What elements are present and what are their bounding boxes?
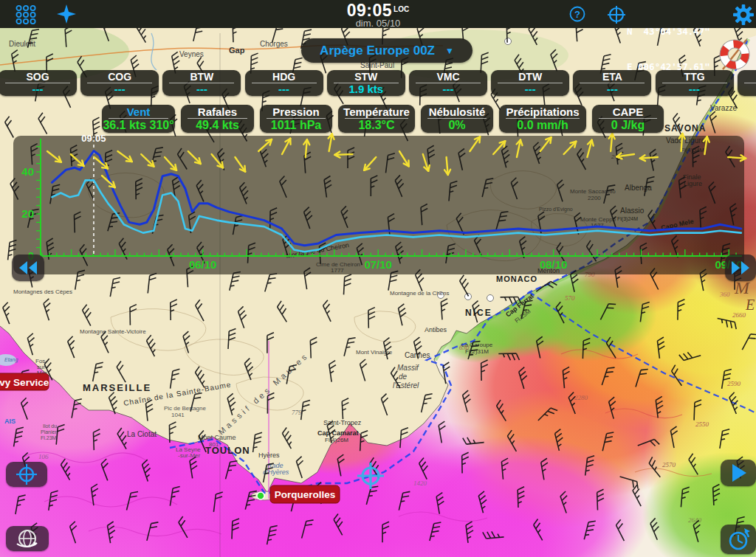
instrument-value: ---	[245, 83, 323, 95]
wind-direction-arrow	[71, 154, 84, 166]
nav-instrument-b[interactable]: B	[738, 70, 756, 96]
instrument-label: Rafales	[181, 105, 254, 118]
divider	[744, 83, 756, 83]
wind-direction-arrow	[493, 141, 505, 154]
instrument-label: Vent	[102, 105, 175, 118]
svg-text:?: ?	[574, 9, 580, 20]
nav-instrument-btw[interactable]: BTW---	[162, 70, 241, 96]
instrument-label: VMC	[409, 71, 487, 83]
instrument-value: 0%	[421, 119, 493, 132]
instrument-label: BTW	[162, 71, 241, 83]
weather-instrument-pression[interactable]: Pression1011 hPa	[260, 105, 332, 133]
wind-direction-arrow	[258, 139, 272, 151]
help-icon[interactable]: ?	[569, 6, 587, 24]
instrument-label: STW	[327, 71, 405, 83]
instrument-label: CAPE	[592, 105, 664, 118]
animate-forecast-button[interactable]	[721, 460, 756, 486]
instrument-value: 18.3°C	[338, 119, 415, 132]
nav-instrument-vmc[interactable]: VMC---	[409, 70, 487, 96]
wind-direction-arrow	[329, 134, 334, 151]
instrument-label: COG	[80, 71, 159, 83]
globe-view-button[interactable]	[6, 526, 49, 551]
instrument-value: 1011 hPa	[260, 119, 332, 132]
x-axis-date-label: 07/10	[364, 258, 392, 271]
wind-direction-arrow	[423, 154, 430, 171]
longitude-value: E 006°42'57.61"	[627, 61, 723, 73]
wind-direction-arrow	[640, 155, 658, 161]
wind-direction-arrow	[235, 157, 245, 172]
top-status-bar: 09:05LOC dim. 05/10 ? N 43°04'34.47" E 0…	[0, 0, 756, 28]
wind-direction-arrow	[587, 140, 593, 157]
nav-instrument-cog[interactable]: COG---	[80, 70, 159, 96]
wind-direction-arrow	[704, 136, 709, 154]
wind-direction-arrow	[616, 153, 634, 159]
series-rafales	[52, 151, 740, 246]
wind-direction-arrow	[282, 139, 291, 154]
instrument-label: Température	[338, 105, 415, 118]
weather-model-selector[interactable]: Arpège Europe 00Z ▼	[301, 38, 472, 63]
instrument-label: Nébulosité	[421, 105, 493, 118]
y-axis-tick-label: 40	[21, 165, 34, 178]
wind-direction-arrow	[117, 151, 131, 162]
timeline-rewind-button[interactable]	[12, 255, 44, 281]
nav-instrument-dtw[interactable]: DTW---	[491, 70, 569, 96]
wind-direction-arrow	[679, 134, 685, 151]
instrument-value: 1.9 kts	[327, 83, 405, 95]
instrument-value: 0 J/kg	[592, 119, 664, 132]
center-boat-button[interactable]	[6, 462, 47, 487]
wind-direction-arrow	[540, 137, 551, 151]
instrument-value: ---	[491, 83, 569, 95]
weather-instrument-vent[interactable]: Vent36.1 kts 310°	[102, 105, 175, 133]
chevron-down-icon: ▼	[445, 46, 454, 56]
wind-direction-arrow	[444, 157, 450, 175]
wind-direction-arrow	[728, 155, 746, 161]
current-time-label: 09:05	[81, 133, 106, 144]
wind-direction-arrow	[517, 140, 523, 157]
instrument-label: SOG	[0, 71, 77, 83]
nav-instrument-stw[interactable]: STW1.9 kts	[327, 70, 405, 96]
instrument-value: ---	[409, 83, 487, 95]
instrument-value: 49.4 kts	[181, 119, 254, 132]
weather-model-label: Arpège Europe 00Z	[320, 44, 435, 58]
time-control-button[interactable]	[721, 525, 756, 554]
instrument-label: HDG	[245, 71, 323, 83]
instrument-label: B	[738, 71, 756, 83]
gps-target-icon[interactable]	[607, 5, 626, 24]
wind-direction-arrow	[609, 134, 615, 151]
timeline-forward-button[interactable]	[725, 255, 756, 281]
weather-instrument-precipitations[interactable]: Précipitations0.0 mm/h	[499, 105, 586, 133]
wind-direction-arrow	[212, 154, 223, 167]
weather-instrument-temperature[interactable]: Température18.3°C	[338, 105, 415, 133]
series-vent	[52, 180, 740, 252]
instrument-value: ---	[0, 83, 77, 95]
x-axis-date-label: 06/10	[189, 258, 217, 271]
weather-instrument-nebulosite[interactable]: Nébulosité0%	[421, 105, 493, 133]
y-axis-tick-label: 20	[21, 207, 34, 220]
instrument-value: 36.1 kts 310°	[102, 119, 175, 132]
instrument-value: ---	[80, 83, 159, 95]
instrument-label: DTW	[491, 71, 569, 83]
gps-coordinates: N 43°04'34.47" E 006°42'57.61"	[627, 2, 723, 97]
x-axis-date-label: 08/10	[540, 258, 568, 271]
wind-direction-arrow	[141, 154, 154, 167]
wind-direction-arrow	[470, 136, 480, 151]
latitude-value: N 43°04'34.47"	[627, 26, 723, 38]
wind-direction-arrow	[303, 139, 309, 157]
instrument-value: 0.0 mm/h	[499, 119, 586, 132]
instrument-label: Précipitations	[499, 105, 586, 118]
wind-direction-arrow	[399, 151, 409, 166]
weather-instrument-cape[interactable]: CAPE0 J/kg	[592, 105, 664, 133]
instrument-value: ---	[162, 83, 241, 95]
nav-instrument-hdg[interactable]: HDG---	[245, 70, 323, 96]
wind-direction-arrow	[564, 142, 577, 154]
weather-instrument-rafales[interactable]: Rafales49.4 kts	[181, 105, 254, 133]
wind-direction-arrow	[364, 157, 376, 170]
settings-gear-icon[interactable]	[732, 4, 755, 26]
instrument-label: Pression	[260, 105, 332, 118]
wind-direction-arrow	[47, 151, 61, 162]
nav-instrument-sog[interactable]: SOG---	[0, 70, 77, 96]
wind-direction-arrow	[334, 152, 352, 158]
wind-direction-arrow	[188, 151, 201, 164]
time-zone-suffix: LOC	[394, 5, 409, 13]
wind-direction-arrow	[165, 157, 176, 170]
